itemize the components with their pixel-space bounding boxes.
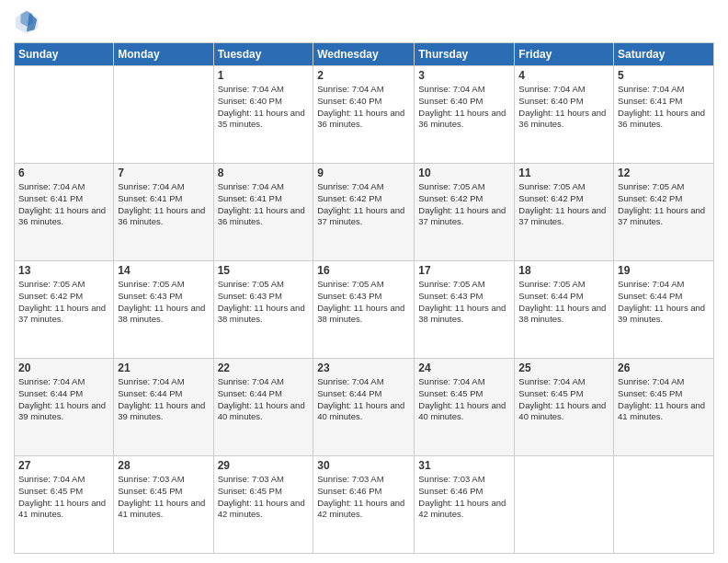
logo	[14, 9, 43, 35]
day-number: 16	[317, 264, 410, 277]
calendar-cell: 19Sunrise: 7:04 AM Sunset: 6:44 PM Dayli…	[614, 261, 714, 359]
day-number: 4	[518, 69, 609, 82]
day-detail: Sunrise: 7:04 AM Sunset: 6:40 PM Dayligh…	[317, 84, 410, 131]
day-detail: Sunrise: 7:04 AM Sunset: 6:40 PM Dayligh…	[518, 84, 609, 131]
day-number: 17	[418, 264, 510, 277]
calendar-cell: 6Sunrise: 7:04 AM Sunset: 6:41 PM Daylig…	[15, 164, 114, 261]
day-detail: Sunrise: 7:04 AM Sunset: 6:41 PM Dayligh…	[18, 181, 109, 228]
calendar-cell: 21Sunrise: 7:04 AM Sunset: 6:44 PM Dayli…	[114, 359, 213, 456]
day-number: 30	[317, 459, 410, 472]
calendar-cell: 7Sunrise: 7:04 AM Sunset: 6:41 PM Daylig…	[114, 164, 213, 261]
day-detail: Sunrise: 7:03 AM Sunset: 6:46 PM Dayligh…	[418, 474, 510, 521]
calendar-cell: 25Sunrise: 7:04 AM Sunset: 6:45 PM Dayli…	[515, 359, 614, 456]
day-detail: Sunrise: 7:04 AM Sunset: 6:45 PM Dayligh…	[418, 376, 510, 423]
calendar-cell: 27Sunrise: 7:04 AM Sunset: 6:45 PM Dayli…	[15, 456, 114, 554]
day-number: 1	[218, 69, 310, 82]
day-number: 9	[317, 167, 410, 179]
day-detail: Sunrise: 7:03 AM Sunset: 6:45 PM Dayligh…	[218, 474, 310, 521]
calendar-cell: 11Sunrise: 7:05 AM Sunset: 6:42 PM Dayli…	[515, 164, 614, 261]
day-of-week-header: Saturday	[614, 43, 714, 66]
day-detail: Sunrise: 7:05 AM Sunset: 6:42 PM Dayligh…	[618, 181, 710, 228]
calendar-cell: 15Sunrise: 7:05 AM Sunset: 6:43 PM Dayli…	[213, 261, 313, 359]
day-detail: Sunrise: 7:05 AM Sunset: 6:43 PM Dayligh…	[418, 279, 510, 326]
day-number: 20	[18, 362, 109, 374]
day-number: 31	[418, 459, 510, 472]
day-detail: Sunrise: 7:05 AM Sunset: 6:43 PM Dayligh…	[218, 279, 310, 326]
calendar-cell: 31Sunrise: 7:03 AM Sunset: 6:46 PM Dayli…	[415, 456, 515, 554]
calendar-week-row: 27Sunrise: 7:04 AM Sunset: 6:45 PM Dayli…	[15, 456, 714, 554]
day-number: 7	[118, 167, 209, 179]
header	[14, 9, 714, 35]
day-number: 12	[618, 167, 710, 179]
day-number: 13	[18, 264, 109, 277]
day-number: 21	[118, 362, 209, 374]
calendar-cell: 9Sunrise: 7:04 AM Sunset: 6:42 PM Daylig…	[313, 164, 415, 261]
calendar-cell: 23Sunrise: 7:04 AM Sunset: 6:44 PM Dayli…	[313, 359, 415, 456]
day-of-week-header: Sunday	[15, 43, 114, 66]
day-detail: Sunrise: 7:04 AM Sunset: 6:42 PM Dayligh…	[317, 181, 410, 228]
day-number: 2	[317, 69, 410, 82]
calendar-cell: 8Sunrise: 7:04 AM Sunset: 6:41 PM Daylig…	[213, 164, 313, 261]
calendar-week-row: 13Sunrise: 7:05 AM Sunset: 6:42 PM Dayli…	[15, 261, 714, 359]
calendar-cell	[114, 66, 213, 164]
calendar-cell	[614, 456, 714, 554]
day-number: 28	[118, 459, 209, 472]
calendar-week-row: 6Sunrise: 7:04 AM Sunset: 6:41 PM Daylig…	[15, 164, 714, 261]
day-number: 19	[618, 264, 710, 277]
day-detail: Sunrise: 7:04 AM Sunset: 6:45 PM Dayligh…	[518, 376, 609, 423]
calendar-cell: 26Sunrise: 7:04 AM Sunset: 6:45 PM Dayli…	[614, 359, 714, 456]
day-detail: Sunrise: 7:05 AM Sunset: 6:42 PM Dayligh…	[418, 181, 510, 228]
calendar-table: SundayMondayTuesdayWednesdayThursdayFrid…	[14, 42, 714, 554]
calendar-cell	[515, 456, 614, 554]
calendar-cell: 13Sunrise: 7:05 AM Sunset: 6:42 PM Dayli…	[15, 261, 114, 359]
day-number: 5	[618, 69, 710, 82]
day-number: 3	[418, 69, 510, 82]
day-detail: Sunrise: 7:04 AM Sunset: 6:45 PM Dayligh…	[18, 474, 109, 521]
day-detail: Sunrise: 7:05 AM Sunset: 6:43 PM Dayligh…	[317, 279, 410, 326]
calendar-cell: 16Sunrise: 7:05 AM Sunset: 6:43 PM Dayli…	[313, 261, 415, 359]
day-number: 8	[218, 167, 310, 179]
calendar-cell: 10Sunrise: 7:05 AM Sunset: 6:42 PM Dayli…	[415, 164, 515, 261]
day-detail: Sunrise: 7:04 AM Sunset: 6:40 PM Dayligh…	[218, 84, 310, 131]
calendar-body: 1Sunrise: 7:04 AM Sunset: 6:40 PM Daylig…	[15, 66, 714, 554]
calendar-cell: 30Sunrise: 7:03 AM Sunset: 6:46 PM Dayli…	[313, 456, 415, 554]
day-number: 24	[418, 362, 510, 374]
day-detail: Sunrise: 7:04 AM Sunset: 6:44 PM Dayligh…	[118, 376, 209, 423]
day-detail: Sunrise: 7:04 AM Sunset: 6:41 PM Dayligh…	[218, 181, 310, 228]
calendar-cell: 3Sunrise: 7:04 AM Sunset: 6:40 PM Daylig…	[415, 66, 515, 164]
day-of-week-header: Thursday	[415, 43, 515, 66]
day-of-week-header: Tuesday	[213, 43, 313, 66]
day-detail: Sunrise: 7:03 AM Sunset: 6:46 PM Dayligh…	[317, 474, 410, 521]
calendar-cell: 4Sunrise: 7:04 AM Sunset: 6:40 PM Daylig…	[515, 66, 614, 164]
calendar-cell: 28Sunrise: 7:03 AM Sunset: 6:45 PM Dayli…	[114, 456, 213, 554]
calendar-cell: 18Sunrise: 7:05 AM Sunset: 6:44 PM Dayli…	[515, 261, 614, 359]
day-detail: Sunrise: 7:05 AM Sunset: 6:43 PM Dayligh…	[118, 279, 209, 326]
page: SundayMondayTuesdayWednesdayThursdayFrid…	[0, 0, 728, 563]
day-of-week-header: Monday	[114, 43, 213, 66]
day-detail: Sunrise: 7:04 AM Sunset: 6:44 PM Dayligh…	[317, 376, 410, 423]
day-number: 23	[317, 362, 410, 374]
day-detail: Sunrise: 7:04 AM Sunset: 6:41 PM Dayligh…	[618, 84, 710, 131]
day-of-week-header: Friday	[515, 43, 614, 66]
calendar-cell: 20Sunrise: 7:04 AM Sunset: 6:44 PM Dayli…	[15, 359, 114, 456]
day-number: 26	[618, 362, 710, 374]
days-of-week-row: SundayMondayTuesdayWednesdayThursdayFrid…	[15, 43, 714, 66]
calendar-cell: 5Sunrise: 7:04 AM Sunset: 6:41 PM Daylig…	[614, 66, 714, 164]
calendar-cell: 1Sunrise: 7:04 AM Sunset: 6:40 PM Daylig…	[213, 66, 313, 164]
day-detail: Sunrise: 7:04 AM Sunset: 6:44 PM Dayligh…	[618, 279, 710, 326]
logo-icon	[14, 9, 40, 35]
day-detail: Sunrise: 7:04 AM Sunset: 6:40 PM Dayligh…	[418, 84, 510, 131]
calendar-cell	[15, 66, 114, 164]
calendar-cell: 12Sunrise: 7:05 AM Sunset: 6:42 PM Dayli…	[614, 164, 714, 261]
calendar-week-row: 1Sunrise: 7:04 AM Sunset: 6:40 PM Daylig…	[15, 66, 714, 164]
day-detail: Sunrise: 7:05 AM Sunset: 6:42 PM Dayligh…	[18, 279, 109, 326]
day-number: 11	[518, 167, 609, 179]
day-of-week-header: Wednesday	[313, 43, 415, 66]
calendar-cell: 29Sunrise: 7:03 AM Sunset: 6:45 PM Dayli…	[213, 456, 313, 554]
calendar-cell: 17Sunrise: 7:05 AM Sunset: 6:43 PM Dayli…	[415, 261, 515, 359]
day-number: 14	[118, 264, 209, 277]
day-number: 25	[518, 362, 609, 374]
calendar-header: SundayMondayTuesdayWednesdayThursdayFrid…	[15, 43, 714, 66]
day-number: 29	[218, 459, 310, 472]
day-number: 10	[418, 167, 510, 179]
